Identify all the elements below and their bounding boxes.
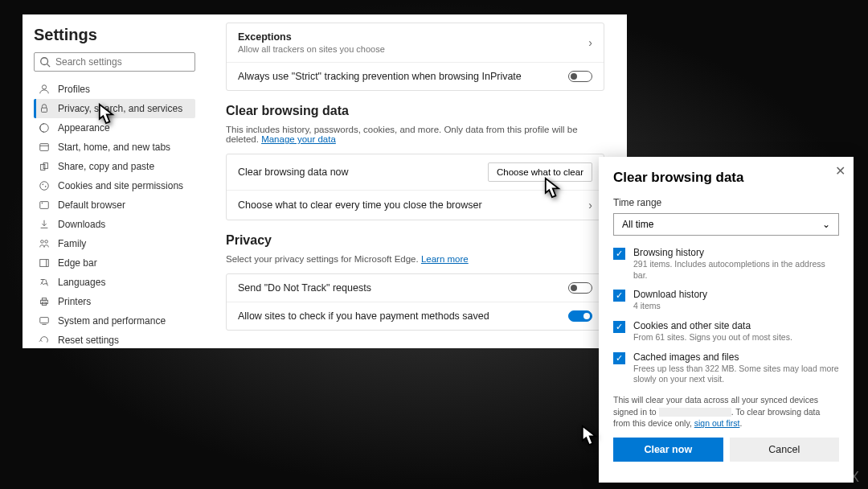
checkbox-list: ✓ Browsing history 291 items. Includes a… [613,247,839,388]
chevron-right-icon: › [588,199,592,212]
search-input[interactable] [34,52,195,72]
privacy-card: Send "Do Not Track" requests Allow sites… [226,273,604,331]
exceptions-row[interactable]: Exceptions Allow all trackers on sites y… [227,23,604,62]
cbd-close-label: Choose what to clear every time you clos… [238,199,482,211]
exceptions-card: Exceptions Allow all trackers on sites y… [226,23,604,91]
svg-point-2 [42,85,46,89]
sidebar-item-label: Appearance [58,122,110,134]
checkbox-icon[interactable]: ✓ [613,321,625,333]
page-title: Settings [34,26,195,44]
checkbox-icon[interactable]: ✓ [613,352,625,364]
clear-now-button[interactable]: Clear now [613,438,723,462]
dialog-note: This will clear your data across all you… [613,394,839,429]
svg-point-15 [45,240,48,244]
sidebar-item-label: Profiles [58,84,90,95]
check-cookies[interactable]: ✓ Cookies and other site data From 61 si… [613,320,839,343]
sidebar-item-label: Cookies and site permissions [58,180,183,191]
check-sub: Frees up less than 322 MB. Some sites ma… [633,364,839,385]
check-browsing-history[interactable]: ✓ Browsing history 291 items. Includes a… [613,247,839,281]
svg-rect-16 [40,260,49,267]
sidebar-item-browser[interactable]: Default browser [34,195,195,215]
chevron-right-icon: › [588,36,592,49]
manage-data-link[interactable]: Manage your data [261,134,336,144]
sidebar-item-start[interactable]: Start, home, and new tabs [34,138,195,157]
check-download-history[interactable]: ✓ Download history 4 items [613,289,839,312]
sidebar-item-appearance[interactable]: Appearance [34,118,195,138]
check-sub: 291 items. Includes autocompletions in t… [633,259,839,281]
browser-icon [39,199,50,211]
appearance-icon [39,122,50,134]
sidebar-item-languages[interactable]: Languages [34,273,195,292]
settings-window: Settings Profiles Privacy, search, and s… [23,14,627,348]
reset-icon [39,335,50,346]
privacy-section-desc: Select your privacy settings for Microso… [226,254,604,264]
chevron-down-icon: ⌄ [822,219,830,230]
sidebar-item-label: System and performance [58,315,166,327]
cbd-now-label: Clear browsing data now [238,166,349,178]
search-field[interactable] [55,56,190,68]
profile-icon [39,84,50,95]
cbd-now-row: Clear browsing data now Choose what to c… [227,154,604,190]
learn-more-link[interactable]: Learn more [421,254,469,264]
svg-rect-12 [40,202,49,209]
sign-out-link[interactable]: sign out first [694,418,740,428]
svg-point-10 [43,184,43,185]
check-title: Download history [633,289,839,300]
sidebar-item-label: Reset settings [58,335,119,346]
svg-point-9 [40,182,49,191]
sidebar-item-cookies[interactable]: Cookies and site permissions [34,176,195,195]
strict-toggle[interactable] [568,71,592,82]
dnt-toggle[interactable] [568,282,592,294]
download-icon [39,219,50,230]
cookie-icon [39,180,50,191]
strict-row: Always use "Strict" tracking prevention … [227,62,604,90]
sidebar-item-label: Languages [58,277,105,288]
search-icon [39,56,51,68]
sidebar-item-edgebar[interactable]: Edge bar [34,253,195,273]
edgebar-icon [39,257,50,269]
payment-toggle[interactable] [568,310,592,322]
payment-label: Allow sites to check if you have payment… [238,310,489,322]
sidebar-item-downloads[interactable]: Downloads [34,215,195,234]
sidebar-item-reset[interactable]: Reset settings [34,331,195,348]
time-range-select[interactable]: All time ⌄ [613,213,839,236]
svg-rect-7 [41,164,45,170]
sidebar-item-printers[interactable]: Printers [34,292,195,311]
language-icon [39,277,50,288]
strict-label: Always use "Strict" tracking prevention … [238,71,522,82]
checkbox-icon[interactable]: ✓ [613,248,625,260]
sidebar-item-family[interactable]: Family [34,234,195,253]
sidebar-item-share[interactable]: Share, copy and paste [34,157,195,176]
time-range-value: All time [622,219,653,230]
sidebar-item-label: Edge bar [58,257,97,269]
svg-point-0 [41,58,48,65]
check-title: Cached images and files [633,351,839,363]
share-icon [39,161,50,172]
content-area: Exceptions Allow all trackers on sites y… [203,14,627,348]
dialog-title: Clear browsing data [613,170,839,186]
check-cached[interactable]: ✓ Cached images and files Frees up less … [613,351,839,385]
dnt-row: Send "Do Not Track" requests [227,274,604,302]
check-sub: 4 items [633,301,839,312]
redacted-email [659,408,731,417]
sidebar-item-privacy[interactable]: Privacy, search, and services [34,99,195,118]
close-icon[interactable]: ✕ [835,163,845,179]
sidebar-item-label: Privacy, search, and services [58,103,182,114]
svg-rect-8 [43,163,47,169]
svg-rect-21 [40,318,49,323]
choose-what-button[interactable]: Choose what to clear [488,162,592,182]
checkbox-icon[interactable]: ✓ [613,290,625,302]
sidebar-item-profiles[interactable]: Profiles [34,80,195,99]
svg-point-11 [45,186,46,187]
svg-rect-3 [42,108,47,112]
sidebar-item-label: Share, copy and paste [58,161,154,172]
cancel-button[interactable]: Cancel [730,438,840,462]
lock-icon [39,103,50,114]
sidebar-item-label: Family [58,238,86,249]
check-title: Cookies and other site data [633,320,839,331]
sidebar-item-system[interactable]: System and performance [34,311,195,331]
cbd-section-title: Clear browsing data [226,104,604,118]
cbd-close-row[interactable]: Choose what to clear every time you clos… [227,190,604,220]
family-icon [39,238,50,249]
svg-rect-5 [40,144,49,151]
